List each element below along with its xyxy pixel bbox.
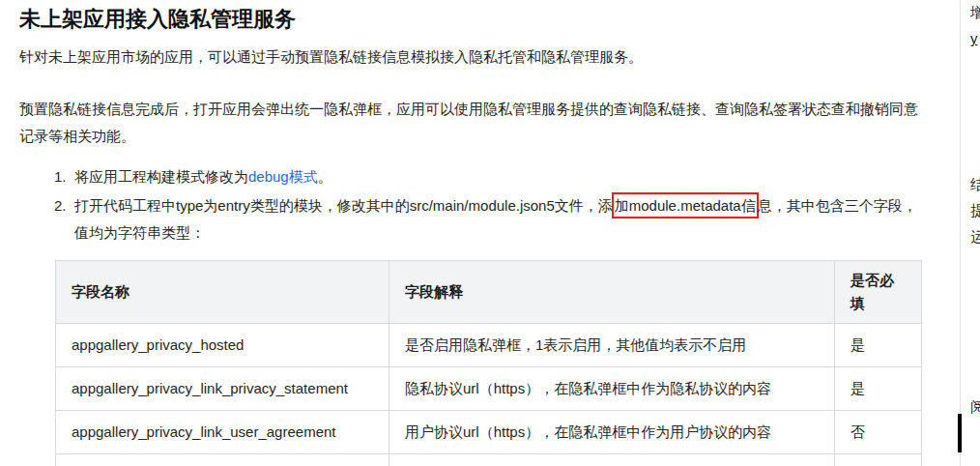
table-row: appgallery_privacy_link_privacy_statemen… <box>56 367 922 411</box>
cell-field-description: 隐私协议url（https），在隐私弹框中作为隐私协议的内容 <box>389 367 835 411</box>
ordered-steps: 1. 将应用工程构建模式修改为debug模式。 2. 打开代码工程中type为e… <box>19 163 921 247</box>
clipped-text-fragment: 阅 <box>970 398 980 417</box>
cell-required: 否 <box>835 454 922 466</box>
cell-required: 否 <box>835 411 922 454</box>
clipped-text-fragment: 提 <box>970 202 980 220</box>
table-row: appgallery_privacy_link_user_agreements … <box>56 454 922 466</box>
header-required: 是否必填 <box>835 261 922 324</box>
table-row: appgallery_privacy_hosted 是否启用隐私弹框，1表示启用… <box>56 324 922 367</box>
cell-field-name: appgallery_privacy_link_user_agreement <box>56 411 389 454</box>
step-number: 1. <box>54 163 74 190</box>
debug-mode-link[interactable]: debug模式 <box>248 168 318 185</box>
vertical-scrollbar-thumb[interactable] <box>958 414 962 452</box>
intro-paragraph: 针对未上架应用市场的应用，可以通过手动预置隐私链接信息模拟接入隐私托管和隐私管理… <box>19 46 921 67</box>
clipped-link-fragment[interactable]: y <box>970 30 978 46</box>
header-field-name: 字段名称 <box>56 261 389 324</box>
step-item-1: 1. 将应用工程构建模式修改为debug模式。 <box>19 163 921 190</box>
table-header-row: 字段名称 字段解释 是否必填 <box>56 261 922 324</box>
description-paragraph: 预置隐私链接信息完成后，打开应用会弹出统一隐私弹框，应用可以使用隐私管理服务提供… <box>19 96 924 150</box>
cell-required: 是 <box>835 367 922 411</box>
step-text: 将应用工程构建模式修改为debug模式。 <box>74 163 921 190</box>
doc-content-pane: 未上架应用接入隐私管理服务 针对未上架应用市场的应用，可以通过手动预置隐私链接信… <box>0 0 960 466</box>
clipped-text-fragment: 增 <box>970 4 980 22</box>
step-number: 2. <box>54 192 74 247</box>
step1-text-before: 将应用工程构建模式修改为 <box>74 168 248 185</box>
cell-field-name: appgallery_privacy_link_privacy_statemen… <box>56 367 389 411</box>
cell-field-name: appgallery_privacy_link_user_agreements <box>56 454 389 466</box>
cell-field-description: 是否启用隐私弹框，1表示启用，其他值均表示不启用 <box>389 324 835 367</box>
step1-text-after: 。 <box>318 168 332 185</box>
pane-divider <box>960 0 961 466</box>
cell-field-name: appgallery_privacy_hosted <box>56 324 389 367</box>
clipped-text-fragment: 结 <box>970 176 980 194</box>
step2-text-before: 打开代码工程中type为entry类型的模块，修改其中的src/main/mod… <box>74 197 613 214</box>
cell-required: 是 <box>835 324 922 367</box>
header-field-description: 字段解释 <box>389 261 835 324</box>
red-annotation-box: 加module.metadata信 <box>612 192 759 218</box>
metadata-fields-table: 字段名称 字段解释 是否必填 appgallery_privacy_hosted… <box>55 260 922 466</box>
step-text: 打开代码工程中type为entry类型的模块，修改其中的src/main/mod… <box>74 192 921 247</box>
table-row: appgallery_privacy_link_user_agreement 用… <box>56 411 922 454</box>
cell-field-description: 用户协议url（https），在隐私弹框中作为用户协议的内容 <box>389 411 835 454</box>
step-item-2: 2. 打开代码工程中type为entry类型的模块，修改其中的src/main/… <box>19 192 921 247</box>
page-title: 未上架应用接入隐私管理服务 <box>19 6 921 33</box>
right-pane-clipped: 增 y 结 提 运 阅 <box>970 0 980 466</box>
clipped-text-fragment: 运 <box>970 228 980 247</box>
cell-field-description: 多个用户协议url（https），在隐私弹框中作为多个用户协议的内容 <box>389 454 835 466</box>
